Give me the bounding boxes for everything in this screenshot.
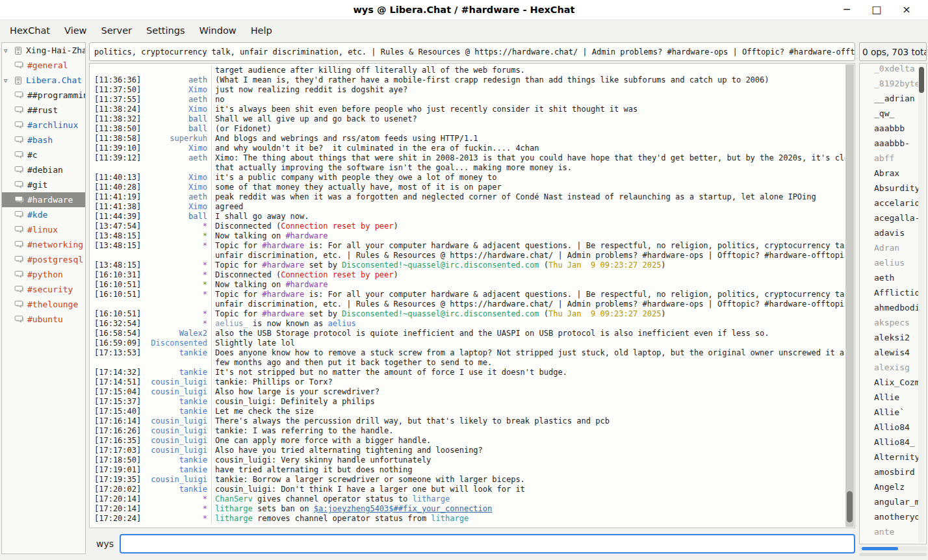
user-list-item[interactable]: anotheryo <box>860 512 926 527</box>
sidebar-server-Libera.Chat[interactable]: ▽Libera.Chat <box>2 73 85 88</box>
user-list-item[interactable]: alexisg <box>860 363 926 377</box>
user-list-item[interactable]: _qw_ <box>860 108 926 123</box>
user-list-item[interactable]: Allie <box>860 392 926 407</box>
user-list-item[interactable]: amosbird <box>860 467 926 482</box>
nick[interactable]: cousin_luigi <box>144 426 211 436</box>
nick[interactable]: cousin_luigi <box>144 387 211 397</box>
topic-bar[interactable]: politics, cryptocurrency talk, unfair di… <box>89 42 855 61</box>
user-list-item[interactable]: Absurdity <box>860 183 926 198</box>
close-button[interactable]: × <box>892 0 922 19</box>
nick[interactable]: cousin_luigi <box>144 446 211 455</box>
menu-help[interactable]: Help <box>244 23 279 38</box>
sidebar-item-thelounge[interactable]: #thelounge <box>2 297 85 312</box>
nick[interactable]: Ximo <box>144 173 211 183</box>
sidebar-item-postgresql[interactable]: #postgresql <box>2 252 85 267</box>
menu-hexchat[interactable]: HexChat <box>3 23 57 38</box>
sidebar-item-archlinux[interactable]: #archlinux <box>2 118 85 133</box>
message-input[interactable] <box>120 534 855 554</box>
sidebar-item-python[interactable]: #python <box>2 267 85 282</box>
nick[interactable]: tankie <box>144 407 211 416</box>
sidebar-item-security[interactable]: #security <box>2 282 85 297</box>
user-list-item[interactable]: __adrian <box>860 94 926 108</box>
menu-window[interactable]: Window <box>192 23 244 38</box>
nick[interactable]: aeth <box>144 153 211 163</box>
menu-server[interactable]: Server <box>94 23 139 38</box>
expander-icon[interactable]: ▽ <box>2 77 14 84</box>
user-list-item[interactable]: _0xdelta <box>860 64 926 79</box>
sidebar-item-hardware[interactable]: #hardware <box>2 192 85 207</box>
user-list-item[interactable]: angular_m <box>860 497 926 512</box>
nick[interactable]: ball <box>144 212 211 222</box>
maximize-button[interactable]: □ <box>862 0 892 19</box>
sidebar-item-debian[interactable]: #debian <box>2 162 85 177</box>
nick[interactable]: tankie <box>144 397 211 407</box>
user-list-item[interactable]: aleksi2 <box>860 333 926 348</box>
nick[interactable]: Walex2 <box>144 329 211 338</box>
user-list-item[interactable]: aelius <box>860 258 926 273</box>
nick[interactable]: ball <box>144 124 211 134</box>
sidebar-item-git[interactable]: #git <box>2 177 85 192</box>
sidebar-item-kde[interactable]: #kde <box>2 207 85 222</box>
nick[interactable]: cousin_luigi <box>144 475 211 485</box>
user-list-item[interactable]: aaabbb- <box>860 138 926 153</box>
user-list-item[interactable]: abff <box>860 153 926 168</box>
sidebar-item-ubuntu[interactable]: #ubuntu <box>2 312 85 327</box>
minimize-button[interactable]: ─ <box>832 0 862 19</box>
sidebar-item-bash[interactable]: #bash <box>2 133 85 147</box>
user-list-item[interactable]: Allio84 <box>860 422 926 437</box>
sidebar-item-rust[interactable]: ##rust <box>2 103 85 118</box>
nick[interactable]: Ximo <box>144 144 211 153</box>
user-list-scrollbar[interactable] <box>918 65 925 542</box>
user-list-item[interactable]: Affliction <box>860 288 926 303</box>
user-list-item[interactable]: accelario <box>860 198 926 213</box>
nick[interactable]: Ximo <box>144 85 211 95</box>
user-list-item[interactable]: adavis <box>860 228 926 243</box>
nick[interactable]: tankie <box>144 348 211 358</box>
nick[interactable]: tankie <box>144 485 211 494</box>
nick[interactable]: tankie <box>144 368 211 377</box>
user-list-hscrollbar[interactable] <box>859 546 927 551</box>
menu-view[interactable]: View <box>57 23 94 38</box>
user-list-item[interactable]: akspecs <box>860 318 926 333</box>
user-list-item[interactable]: Adran <box>860 243 926 258</box>
expander-icon[interactable]: ▽ <box>2 47 14 54</box>
nick[interactable]: tankie <box>144 465 211 475</box>
user-list-item[interactable]: Alternity <box>860 452 926 467</box>
user-list-item[interactable]: Abrax <box>860 168 926 183</box>
nick[interactable]: Disconsented <box>144 338 211 348</box>
nick[interactable]: Ximo <box>144 183 211 192</box>
user-list-item[interactable]: acegalla- <box>860 213 926 228</box>
user-list-item[interactable]: aeth <box>860 273 926 288</box>
sidebar-item-programming[interactable]: ##programming <box>2 88 85 103</box>
user-list-item[interactable]: ante <box>860 527 926 542</box>
nick[interactable]: aeth <box>144 95 211 105</box>
sidebar-server-Xing-Hai-Zhan[interactable]: ▽Xing-Hai-Zhan <box>2 43 85 58</box>
nick[interactable]: ball <box>144 114 211 124</box>
user-list-item[interactable]: _8192byte <box>860 79 926 94</box>
user-list-item[interactable]: ahmedbodi <box>860 303 926 318</box>
sidebar-item-c[interactable]: #c <box>2 147 85 162</box>
user-list-hscrollbar-thumb[interactable] <box>862 547 898 550</box>
user-list-item[interactable]: Allie` <box>860 407 926 422</box>
user-list-item[interactable]: Alix_Cozma <box>860 377 926 392</box>
sidebar-item-linux[interactable]: #linux <box>2 222 85 237</box>
menu-settings[interactable]: Settings <box>139 23 192 38</box>
nick[interactable]: superkuh <box>144 134 211 144</box>
chat-scrollbar-thumb[interactable] <box>847 491 853 522</box>
user-list-item[interactable]: Angelz <box>860 482 926 497</box>
user-list-item[interactable]: alewis4 <box>860 348 926 363</box>
nick[interactable]: Ximo <box>144 105 211 114</box>
nick[interactable]: Ximo <box>144 202 211 212</box>
nick[interactable]: cousin_luigi <box>144 416 211 426</box>
sidebar-item-general[interactable]: #general <box>2 58 85 73</box>
user-list-item[interactable]: Allio84_ <box>860 437 926 452</box>
user-list-item[interactable]: aaabbb <box>860 123 926 138</box>
nick[interactable]: cousin_luigi <box>144 436 211 446</box>
sidebar-item-networking[interactable]: #networking <box>2 237 85 252</box>
nick[interactable]: cousin_luigi <box>144 377 211 387</box>
user-list-scrollbar-thumb[interactable] <box>919 67 924 93</box>
nick[interactable]: aeth <box>144 75 211 85</box>
nick[interactable]: aeth <box>144 192 211 202</box>
chat-scrollbar[interactable] <box>845 64 854 527</box>
nick[interactable]: tankie <box>144 455 211 465</box>
